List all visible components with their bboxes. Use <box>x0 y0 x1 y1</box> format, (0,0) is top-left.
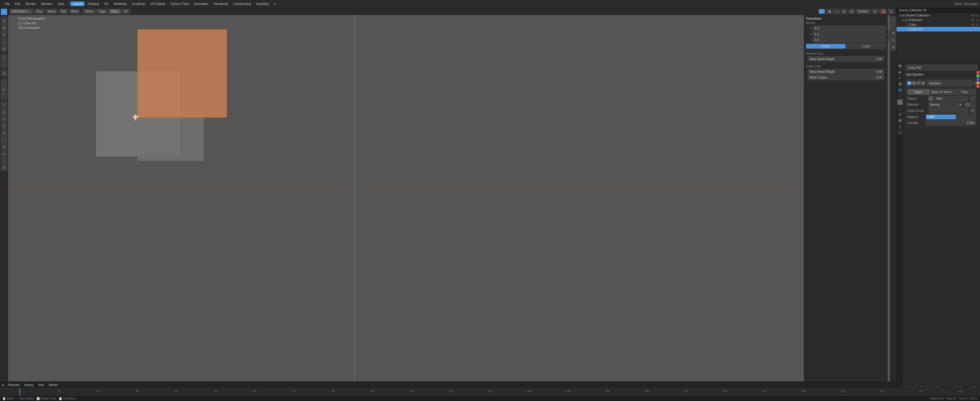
workspace-uv-editing[interactable]: UV Editing <box>148 2 167 6</box>
prop-tab-material[interactable]: ● <box>897 130 903 135</box>
prop-tab-physics[interactable]: ⊛ <box>897 111 903 117</box>
modifier-visibility-toggle[interactable]: 👁 <box>907 81 911 85</box>
tool-cursor[interactable]: ⊕ <box>1 18 7 24</box>
workspace-modeling[interactable]: Modeling <box>111 2 129 6</box>
keying-menu[interactable]: Keying <box>23 383 35 387</box>
select-menu[interactable]: Select <box>46 9 58 14</box>
collection-eye[interactable]: 👁 <box>971 19 974 22</box>
overlay-toggle[interactable]: ⊛ <box>890 37 897 43</box>
copy-button[interactable]: Copy <box>953 89 976 95</box>
midlevel-bar[interactable]: 0.560 <box>926 114 976 119</box>
viewport[interactable]: Edit Mode ▾ View Select Add Mesh Vertex … <box>8 8 896 387</box>
texture-field[interactable]: New <box>935 96 968 101</box>
workspace-sculpting[interactable]: Sculpting <box>130 2 147 6</box>
tool-shrink-fatten[interactable]: ⊛ <box>1 143 7 150</box>
cube001-restrict[interactable]: ⊙ <box>975 28 978 31</box>
object-name-field[interactable]: Cube.001 <box>906 65 977 70</box>
workspace-texture-paint[interactable]: Texture Paint <box>168 2 191 6</box>
workspace-shading[interactable]: Shading <box>85 2 101 6</box>
x-value[interactable]: 0 m <box>813 26 886 31</box>
edge-mode-tab[interactable]: Edge <box>96 9 108 14</box>
modifier-realtime-toggle[interactable]: ⊙ <box>912 81 916 85</box>
view-menu[interactable]: View <box>34 9 45 14</box>
workspace-add[interactable]: + <box>271 1 278 6</box>
sc-eye[interactable]: 👁 <box>971 14 974 17</box>
modifier-edit-toggle[interactable]: ✏ <box>921 81 925 85</box>
menu-help[interactable]: Help <box>56 2 67 6</box>
tool-measure[interactable]: ↔ <box>1 61 7 68</box>
playback-menu[interactable]: Playback <box>7 383 21 387</box>
tool-scale[interactable]: ⤢ <box>1 38 7 45</box>
mean-bevel-weight-field[interactable]: Mean Bevel Weight 0.00 <box>808 56 884 62</box>
tool-knife[interactable]: ✂ <box>1 102 7 108</box>
workspace-uv[interactable]: UV <box>102 2 111 6</box>
prop-tab-output[interactable]: ▶ <box>897 69 903 75</box>
tool-transform[interactable]: ⊞ <box>1 45 7 52</box>
viewport-shading-material[interactable]: ◑ <box>826 9 833 14</box>
vertex-group-field[interactable] <box>929 108 968 113</box>
prop-tab-data[interactable]: ⬡ <box>897 124 903 129</box>
prop-tab-constraint[interactable]: 🔗 <box>897 118 903 123</box>
view-layer-selector[interactable]: View Layer <box>964 2 978 5</box>
global-btn[interactable]: Global <box>806 44 846 49</box>
toolbar-toggle[interactable]: ⊞ <box>890 30 897 37</box>
tool-add[interactable]: ⊡ <box>1 70 7 76</box>
prop-tab-view-layer[interactable]: ≡ <box>897 75 903 81</box>
vertex-mode-tab[interactable]: Vertex <box>83 9 96 14</box>
proportional-edit[interactable]: ◎ <box>888 9 894 14</box>
mesh-gray-bottom[interactable] <box>137 118 204 161</box>
mean-crease-field[interactable]: Mean Crease 0.00 <box>808 75 884 80</box>
tool-select-lasso[interactable]: ⌒ <box>1 93 7 99</box>
modifier-menu[interactable]: ▾ <box>974 82 976 85</box>
tool-rotate[interactable]: ↺ <box>1 32 7 38</box>
menu-render[interactable]: Render <box>23 2 38 6</box>
prop-tab-world[interactable]: 🌐 <box>897 87 903 93</box>
tool-annotate[interactable]: ✏ <box>1 54 7 60</box>
marker-menu[interactable]: Marker <box>48 383 59 387</box>
outliner-cube001[interactable]: □ Cube.001 👁 ⊙ <box>897 27 980 32</box>
tool-spin[interactable]: ⟳ <box>1 123 7 129</box>
tool-move[interactable]: ✥ <box>1 24 7 31</box>
local-btn[interactable]: Local <box>846 44 886 49</box>
view-menu-tl[interactable]: View <box>37 383 45 387</box>
tool-smooth[interactable]: ≋ <box>1 130 7 136</box>
menu-file[interactable]: File <box>2 2 12 6</box>
space-field[interactable]: 0.2 <box>964 102 976 107</box>
outliner-cube[interactable]: □ Cube 👁 ⊙ <box>897 22 980 27</box>
mode-selector[interactable]: Edit Mode ▾ <box>10 9 33 14</box>
apply-button[interactable]: Apply <box>907 89 930 95</box>
3d-cursor[interactable] <box>133 114 138 120</box>
add-menu[interactable]: Add <box>59 9 68 14</box>
menu-edit[interactable]: Edit <box>13 2 23 6</box>
sc-restrict[interactable]: ⊙ <box>975 14 978 17</box>
modifier-name-field[interactable]: Displace <box>928 80 972 86</box>
outliner-scene-collection[interactable]: ▼ ⊞ Scene Collection 👁 ⊙ <box>897 13 980 18</box>
cube001-eye[interactable]: 👁 <box>971 28 974 31</box>
tool-edge-slide[interactable]: → <box>1 137 7 143</box>
viewport-gizmos[interactable]: ⊕ <box>848 9 855 14</box>
tool-shear[interactable]: ⋮ <box>1 158 7 164</box>
cube-eye[interactable]: 👁 <box>971 23 974 26</box>
scene-selector[interactable]: Scene <box>954 2 962 5</box>
uv-mode-tab[interactable]: UV <box>121 9 130 14</box>
modifier-render-toggle[interactable]: 📷 <box>916 81 921 85</box>
sidebar-toggle[interactable]: N <box>890 16 897 22</box>
workspace-layout[interactable]: Layout <box>70 2 84 6</box>
tool-poly-build[interactable]: ⬡ <box>1 116 7 122</box>
mean-bevel-weight2-field[interactable]: Mean Bevel Weight 0.00 <box>808 69 884 74</box>
menu-window[interactable]: Window <box>39 2 55 6</box>
snap-toggle[interactable]: 🧲 <box>879 9 887 14</box>
tool-select-box[interactable]: ⬚ <box>1 79 7 86</box>
prop-tab-scene[interactable]: 🎬 <box>897 81 903 87</box>
apply-on-spline-button[interactable]: Apply on Spline <box>930 89 953 95</box>
direction-field[interactable]: Normal ▾ <box>929 102 963 107</box>
viewport-shading-solid[interactable]: ⊙ <box>819 9 825 14</box>
viewport-shading-rendered[interactable]: ○ <box>834 9 840 14</box>
tool-rip[interactable]: ⊗ <box>1 164 7 170</box>
workspace-compositing[interactable]: Compositing <box>231 2 253 6</box>
outliner-search[interactable]: 🔍 <box>924 9 927 12</box>
header-toggle[interactable]: T <box>890 23 897 29</box>
outliner-collection[interactable]: ▼ ⊡ Collection 👁 ⊙ <box>897 18 980 22</box>
vertex-group-pin[interactable]: ⊛ <box>970 108 976 113</box>
z-value[interactable]: 0 m <box>813 37 886 43</box>
